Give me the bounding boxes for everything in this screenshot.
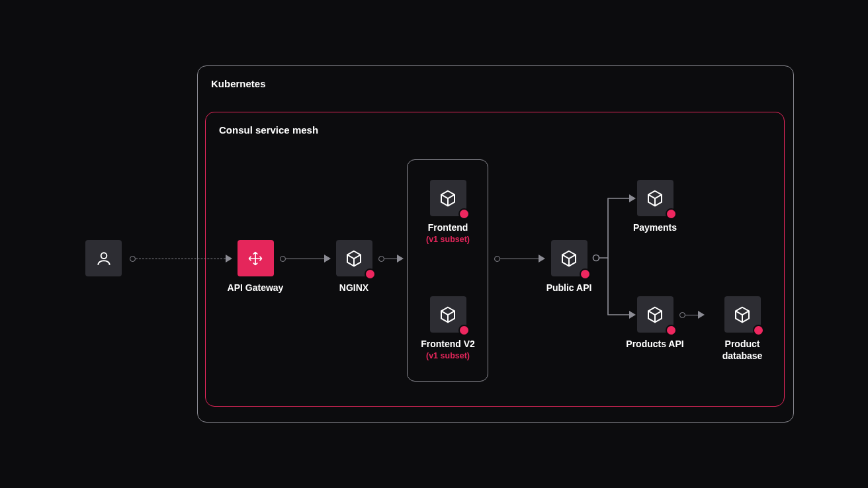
conn-nginx-frontend (378, 255, 404, 263)
frontend-v2-node: Frontend V2 (v1 subset) (415, 296, 481, 360)
frontend-subset: (v1 subset) (415, 235, 481, 244)
conn-productsapi-db (679, 311, 705, 319)
status-dot (666, 325, 677, 336)
frontend-v2-label: Frontend V2 (415, 338, 481, 350)
nginx-node: NGINX (321, 240, 387, 294)
frontend-node: Frontend (v1 subset) (415, 180, 481, 244)
cube-icon (336, 240, 372, 276)
frontend-v2-subset: (v1 subset) (415, 351, 481, 360)
svg-point-1 (593, 255, 599, 261)
status-dot (458, 208, 470, 220)
kubernetes-label: Kubernetes (211, 78, 266, 89)
nginx-label: NGINX (321, 282, 387, 294)
user-node (85, 240, 122, 276)
cube-icon (430, 296, 466, 333)
user-icon (85, 240, 122, 276)
cube-icon (724, 296, 761, 333)
products-api-label: Products API (622, 338, 688, 350)
product-db-label: Product database (709, 338, 775, 362)
status-dot (580, 268, 591, 280)
consul-mesh-label: Consul service mesh (219, 124, 318, 136)
conn-publicapi-split (592, 192, 645, 324)
cube-icon (430, 180, 466, 216)
svg-point-0 (101, 253, 107, 259)
conn-gateway-nginx (280, 255, 331, 263)
cube-icon (551, 240, 587, 276)
status-dot (666, 208, 677, 220)
status-dot (753, 325, 764, 336)
status-dot (458, 325, 470, 336)
conn-user-gateway (130, 255, 232, 263)
svg-marker-3 (629, 311, 636, 319)
frontend-label: Frontend (415, 222, 481, 233)
status-dot (365, 268, 376, 280)
product-db-node: Product database (709, 296, 775, 362)
svg-marker-2 (629, 194, 636, 202)
api-gateway-label: API Gateway (222, 282, 288, 294)
conn-frontend-publicapi (494, 255, 545, 263)
api-gateway-node: API Gateway (222, 240, 288, 294)
gateway-icon (238, 240, 274, 276)
